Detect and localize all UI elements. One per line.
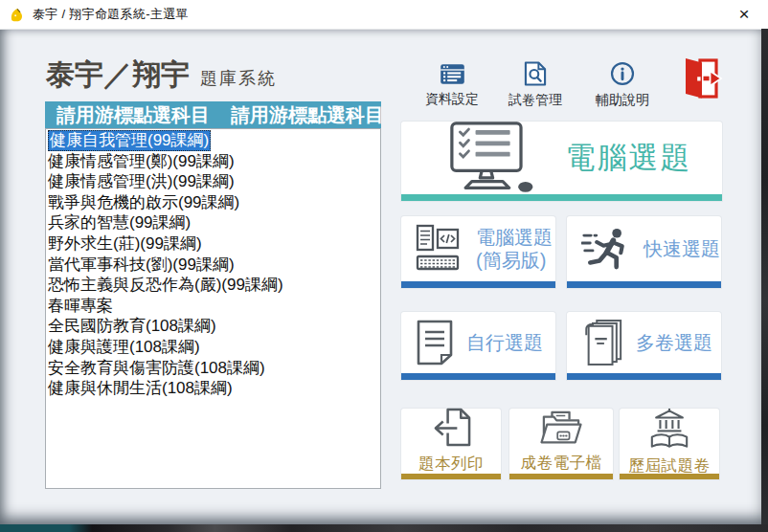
button-label: 題本列印 <box>418 454 484 475</box>
app-logo-icon <box>9 7 25 23</box>
subject-item[interactable]: 春暉專案 <box>46 296 380 317</box>
subject-item[interactable]: 健康自我管理(99課綱) <box>46 130 380 151</box>
button-label: 電腦選題 <box>566 138 692 178</box>
toolbar-label: 輔助說明 <box>581 92 664 109</box>
past-exams-button[interactable]: 歷屆試題卷 <box>620 409 719 479</box>
subject-item[interactable]: 全民國防教育(108課綱) <box>46 316 380 337</box>
open-folder-icon <box>539 410 583 448</box>
subject-item-selected: 健康自我管理(99課綱) <box>48 130 211 151</box>
computer-select-button[interactable]: 電腦選題 <box>401 122 722 201</box>
subject-item[interactable]: 健康情感管理(鄭)(99課綱) <box>46 151 380 172</box>
client-area: 泰宇／翔宇 題庫系統 資料設定 <box>0 30 768 524</box>
button-label: 成卷電子檔 <box>521 453 602 474</box>
print-booklet-button[interactable]: 題本列印 <box>401 409 501 479</box>
brand-name: 泰宇／翔宇 <box>46 55 190 95</box>
subject-header-text: 請用游標點選科目 <box>231 102 381 128</box>
computer-checklist-icon <box>432 122 539 194</box>
brand-suffix: 題庫系統 <box>200 67 277 90</box>
exam-file-button[interactable]: 成卷電子檔 <box>509 409 613 479</box>
export-page-icon <box>429 408 474 449</box>
stacked-papers-icon <box>581 319 623 366</box>
toolbar-label: 資料設定 <box>411 91 493 108</box>
window-title: 泰宇 / 翔宇命題系統-主選單 <box>33 6 189 23</box>
self-select-button[interactable]: 自行選題 <box>401 312 555 380</box>
subject-item[interactable]: 恐怖主義與反恐作為(嚴)(99課綱) <box>46 275 380 296</box>
close-button[interactable]: × <box>733 2 756 27</box>
desktop-edge-bottom <box>0 524 768 532</box>
toolbar-label: 試卷管理 <box>494 92 576 109</box>
button-label: 歷屆試題卷 <box>629 455 711 477</box>
brand-logo: 泰宇／翔宇 題庫系統 <box>46 55 277 95</box>
button-label: 多卷選題 <box>636 331 712 354</box>
subject-item[interactable]: 健康與休閒生活(108課綱) <box>46 378 380 399</box>
subject-list-header: 請用游標點選科目 請用游標點選科目 <box>45 101 381 128</box>
title-bar: 泰宇 / 翔宇命題系統-主選單 × <box>0 0 768 30</box>
exit-button[interactable] <box>682 58 724 102</box>
document-lines-icon <box>416 320 454 366</box>
toolbar-item-help[interactable]: 輔助說明 <box>581 60 664 109</box>
quick-select-button[interactable]: 快速選題 <box>567 216 721 288</box>
subject-item[interactable]: 戰爭與危機的啟示(99課綱) <box>46 192 380 213</box>
exit-door-icon <box>683 57 723 103</box>
subject-item[interactable]: 野外求生(莊)(99課綱) <box>46 233 380 255</box>
subject-item[interactable]: 健康與護理(108課綱) <box>46 337 380 358</box>
desktop-edge-right <box>761 29 768 524</box>
subject-item[interactable]: 兵家的智慧(99課綱) <box>46 212 380 233</box>
multi-paper-select-button[interactable]: 多卷選題 <box>567 312 721 380</box>
button-label: 電腦選題 (簡易版) <box>476 226 553 272</box>
exam-search-icon <box>524 60 547 87</box>
app-window: 泰宇 / 翔宇命題系統-主選單 × 泰宇／翔宇 題庫系統 資料設定 <box>0 0 768 524</box>
subject-header-text: 請用游標點選科目 <box>56 102 210 128</box>
button-label: 自行選題 <box>466 331 543 354</box>
subject-item[interactable]: 當代軍事科技(劉)(99課綱) <box>46 255 380 276</box>
toolbar-item-data-settings[interactable]: 資料設定 <box>411 60 493 108</box>
subject-listbox[interactable]: 健康自我管理(99課綱) 健康情感管理(鄭)(99課綱) 健康情感管理(洪)(9… <box>45 128 381 489</box>
button-label: 快速選題 <box>644 237 720 260</box>
computer-select-simple-button[interactable]: 電腦選題 (簡易版) <box>401 216 555 288</box>
bank-book-icon <box>648 407 690 451</box>
simple-computer-icon <box>416 224 463 274</box>
info-icon <box>610 60 635 87</box>
toolbar-item-exam-manage[interactable]: 試卷管理 <box>494 60 576 109</box>
data-settings-icon <box>440 60 465 87</box>
runner-icon <box>581 227 631 272</box>
subject-item[interactable]: 安全教育與傷害防護(108課綱) <box>46 358 380 379</box>
subject-item[interactable]: 健康情感管理(洪)(99課綱) <box>46 171 380 192</box>
